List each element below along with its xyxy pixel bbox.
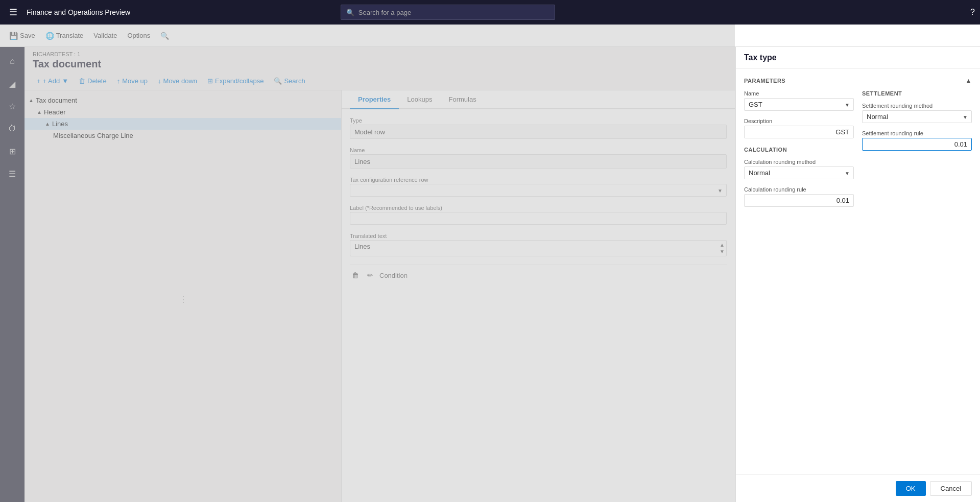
type-group: Type Model row [350, 117, 727, 139]
search-icon: 🔍 [346, 9, 354, 16]
move-up-button[interactable]: ↑ Move up [113, 75, 152, 87]
settlement-rounding-rule-label: Settlement rounding rule [862, 130, 972, 136]
type-label: Type [350, 117, 727, 124]
calc-rounding-rule-input[interactable] [744, 194, 854, 207]
search-button[interactable]: 🔍 Search [270, 75, 309, 87]
sidebar-icons: ⌂ ◢ ☆ ⏱ ⊞ ☰ [0, 47, 25, 502]
tree-pane: ▲ Tax document ▲ Header ▲ Lines Miscella… [25, 90, 341, 502]
parameters-section-header: Parameters ▲ [744, 77, 972, 84]
sidebar-icon-home[interactable]: ⌂ [2, 51, 22, 71]
help-icon[interactable]: ? [970, 8, 975, 17]
search-action-icon: 🔍 [274, 77, 282, 85]
label-group: Label (*Recommended to use labels) [350, 205, 727, 225]
tree-label-misc-charge: Miscellaneous Charge Line [53, 132, 133, 139]
spinner-up-icon[interactable]: ▲ [720, 242, 725, 248]
doc-header: RICHARDTEST : 1 Tax document [25, 47, 735, 72]
description-input[interactable] [744, 126, 854, 138]
tax-config-select[interactable] [350, 184, 727, 197]
sidebar-icon-grid[interactable]: ⊞ [2, 141, 22, 161]
hamburger-menu[interactable]: ☰ [5, 4, 21, 20]
cancel-button[interactable]: Cancel [930, 481, 972, 496]
tree-item-tax-document[interactable]: ▲ Tax document [25, 94, 341, 106]
add-icon: + [37, 77, 41, 85]
document-area: RICHARDTEST : 1 Tax document + + Add ▼ 🗑… [25, 47, 735, 502]
condition-delete-button[interactable]: 🗑 [350, 269, 361, 281]
settlement-rounding-rule-field: Settlement rounding rule [862, 130, 972, 151]
type-value: Model row [350, 125, 727, 139]
calculation-section: CALCULATION Calculation rounding method … [744, 147, 854, 207]
parameters-left-col: Name GST VAT Sales Tax Description [744, 90, 854, 214]
global-search-bar: 🔍 [341, 5, 555, 20]
parameters-right-col: SETTLEMENT Settlement rounding method No… [862, 90, 972, 214]
tab-properties[interactable]: Properties [350, 90, 399, 109]
translate-button[interactable]: 🌐 Translate [41, 30, 88, 42]
calculation-section-header: CALCULATION [744, 147, 854, 153]
top-nav: ☰ Finance and Operations Preview 🔍 ? [0, 0, 980, 25]
tree-label-header: Header [44, 108, 66, 116]
validate-button[interactable]: Validate [89, 30, 121, 41]
move-down-button[interactable]: ↓ Move down [154, 75, 201, 87]
search-toolbar-button[interactable]: 🔍 [156, 30, 173, 42]
action-toolbar: + + Add ▼ 🗑 Delete ↑ Move up ↓ Move down… [25, 72, 735, 90]
tree-label-tax-document: Tax document [36, 97, 77, 104]
name-label: Name [350, 147, 727, 153]
tab-lookups[interactable]: Lookups [399, 90, 440, 109]
add-chevron-icon: ▼ [62, 77, 68, 85]
options-button[interactable]: Options [123, 30, 154, 41]
tab-formulas[interactable]: Formulas [440, 90, 484, 109]
expand-collapse-button[interactable]: ⊞ Expand/collapse [203, 75, 268, 87]
drag-handle: ⋮ [179, 295, 186, 304]
page-title: Tax document [33, 58, 727, 70]
translated-text-group: Translated text Lines ▲ ▼ [350, 233, 727, 256]
calc-rounding-rule-field: Calculation rounding rule [744, 186, 854, 207]
name-field-label: Name [744, 90, 854, 97]
name-value: Lines [350, 154, 727, 169]
breadcrumb: RICHARDTEST : 1 [33, 51, 727, 57]
calc-rounding-method-field: Calculation rounding method Normal Up Do… [744, 159, 854, 179]
properties-content: Type Model row Name Lines Tax configurat… [342, 109, 735, 502]
content-split: ▲ Tax document ▲ Header ▲ Lines Miscella… [25, 90, 735, 502]
right-panel: Tax type Parameters ▲ Name GST VAT [735, 47, 980, 502]
tree-label-lines: Lines [52, 120, 68, 128]
delete-button[interactable]: 🗑 Delete [75, 75, 111, 87]
name-select-wrap: GST VAT Sales Tax [744, 98, 854, 111]
name-select[interactable]: GST VAT Sales Tax [744, 98, 854, 111]
right-panel-title: Tax type [736, 47, 980, 69]
condition-row: 🗑 ✏ Condition [350, 265, 727, 285]
tax-config-label: Tax configuration reference row [350, 177, 727, 183]
tree-toggle-lines: ▲ [45, 121, 50, 127]
settlement-section-header: SETTLEMENT [862, 90, 972, 97]
parameters-collapse-button[interactable]: ▲ [966, 77, 972, 84]
add-button[interactable]: + + Add ▼ [33, 75, 73, 87]
label-input[interactable] [350, 212, 727, 225]
tree-item-misc-charge[interactable]: Miscellaneous Charge Line [25, 130, 341, 141]
sidebar-icon-filter[interactable]: ◢ [2, 74, 22, 94]
expand-icon: ⊞ [207, 77, 213, 85]
properties-pane: Properties Lookups Formulas Type Model r… [341, 90, 735, 502]
search-toolbar-icon: 🔍 [160, 32, 169, 40]
delete-icon: 🗑 [79, 77, 85, 85]
name-group: Name Lines [350, 147, 727, 169]
app-title: Finance and Operations Preview [27, 8, 130, 16]
condition-edit-button[interactable]: ✏ [365, 269, 375, 281]
label-label: Label (*Recommended to use labels) [350, 205, 727, 211]
sidebar-icon-star[interactable]: ☆ [2, 96, 22, 116]
spinner-down-icon[interactable]: ▼ [720, 249, 725, 254]
condition-label: Condition [379, 272, 408, 279]
tree-item-header[interactable]: ▲ Header [25, 106, 341, 118]
ok-button[interactable]: OK [896, 481, 926, 496]
tree-item-lines[interactable]: ▲ Lines [25, 118, 341, 130]
settlement-rounding-method-select[interactable]: Normal Up Down [862, 110, 972, 123]
save-button[interactable]: 💾 Save [5, 30, 39, 42]
calc-rounding-method-select[interactable]: Normal Up Down [744, 166, 854, 179]
translated-text-label: Translated text [350, 233, 727, 239]
settlement-rounding-rule-input[interactable] [862, 138, 972, 151]
global-search-input[interactable] [358, 9, 549, 16]
main-toolbar: 💾 Save 🌐 Translate Validate Options 🔍 [0, 25, 980, 47]
sidebar-icon-clock[interactable]: ⏱ [2, 118, 22, 139]
right-panel-content: Parameters ▲ Name GST VAT Sales Tax [736, 69, 980, 474]
sidebar-icon-list[interactable]: ☰ [2, 163, 22, 184]
move-down-icon: ↓ [158, 77, 161, 85]
tree-toggle-tax-document: ▲ [29, 98, 34, 103]
translated-text-input[interactable]: Lines [350, 240, 727, 256]
